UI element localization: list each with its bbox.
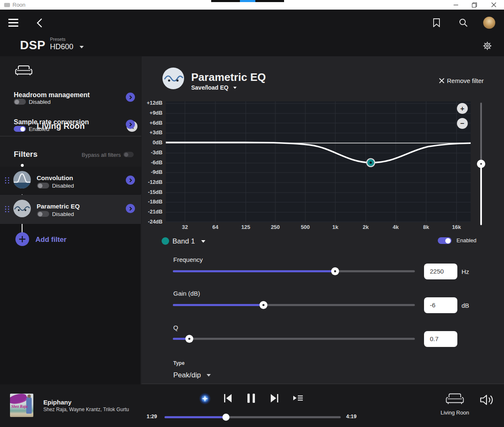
close-icon (439, 78, 444, 83)
track-artists[interactable]: Shez Raja, Wayne Krantz, Trilok Gurtu (43, 407, 129, 412)
bypass-filters-label: Bypass all filters (62, 152, 121, 158)
frequency-slider-track[interactable] (173, 270, 415, 272)
y-tick: -3dB (137, 150, 162, 156)
x-tick: 8k (416, 224, 437, 230)
filter-row-convolution[interactable]: Convolution Disabled (0, 167, 141, 194)
close-icon[interactable] (487, 0, 501, 10)
gain-vslider-track-fill[interactable] (480, 164, 482, 225)
eq-title: Parametric EQ (191, 71, 266, 84)
band-marker[interactable] (367, 159, 375, 167)
x-tick: 64 (205, 224, 226, 230)
headroom-toggle[interactable] (14, 99, 26, 105)
bookmark-icon[interactable] (433, 18, 440, 29)
gain-value-field[interactable]: -6 (424, 297, 457, 313)
parametric-eq-toggle[interactable] (37, 211, 49, 217)
gain-slider-track[interactable] (173, 304, 415, 306)
x-tick: 4k (385, 224, 406, 230)
queue-icon[interactable] (293, 395, 303, 401)
y-tick: -9dB (137, 169, 162, 175)
couch-icon (15, 64, 32, 78)
restore-icon[interactable] (467, 0, 482, 10)
gain-slider-thumb[interactable] (259, 301, 267, 309)
y-tick: +12dB (137, 100, 162, 106)
avatar[interactable] (483, 17, 495, 29)
headroom-state: Disabled (29, 99, 51, 105)
seek-bar-thumb[interactable] (222, 414, 230, 421)
drag-handle-icon[interactable] (5, 206, 9, 213)
y-tick: -18dB (137, 199, 162, 205)
parametric-chevron-right-icon[interactable] (126, 204, 135, 213)
add-filter-button[interactable] (15, 232, 29, 246)
divider (0, 136, 141, 136)
convolution-icon (13, 171, 31, 191)
eq-plot[interactable] (166, 101, 471, 222)
add-filter-label[interactable]: Add filter (35, 236, 67, 244)
drag-handle-icon[interactable] (5, 177, 9, 184)
preset-dropdown[interactable]: HD600 (50, 43, 84, 51)
frequency-slider-thumb[interactable] (331, 267, 339, 275)
band-color-dot (162, 237, 169, 245)
x-tick: 32 (175, 224, 195, 230)
parametric-eq-header-icon (162, 67, 185, 91)
filter-name: Parametric EQ (37, 203, 80, 210)
menu-icon[interactable] (8, 19, 18, 27)
zone-selector[interactable]: Living Roon (437, 392, 472, 416)
seek-bar-track[interactable] (165, 416, 341, 418)
y-tick: -24dB (137, 219, 162, 225)
search-icon[interactable] (459, 18, 468, 29)
previous-track-icon[interactable] (224, 394, 232, 402)
remove-filter-label: Remove filter (447, 77, 484, 84)
remove-filter-button[interactable]: Remove filter (439, 77, 484, 84)
x-tick: 250 (265, 224, 286, 230)
gain-label: Gain (dB) (173, 290, 200, 297)
src-toggle[interactable] (14, 126, 26, 132)
duration: 4:19 (346, 414, 357, 419)
settings-gear-icon[interactable] (483, 41, 492, 52)
save-load-eq-dropdown[interactable]: Save/load EQ (191, 84, 237, 91)
minimize-icon[interactable] (449, 0, 463, 10)
roon-taskbar-icon (4, 3, 10, 7)
setting-src-label: Sample rate conversion (14, 118, 89, 126)
gain-vslider-track[interactable] (480, 103, 482, 164)
bypass-filters-toggle[interactable] (123, 152, 134, 157)
parametric-eq-icon (13, 199, 31, 219)
x-tick: 500 (295, 224, 316, 230)
convolution-chevron-right-icon[interactable] (126, 176, 135, 185)
y-tick: +3dB (137, 130, 162, 136)
seek-bar-fill (165, 416, 226, 418)
q-slider-track[interactable] (173, 338, 415, 340)
filter-name: Convolution (37, 174, 73, 181)
type-dropdown[interactable]: Peak/dip (173, 371, 211, 379)
filter-row-parametric-eq[interactable]: Parametric EQ Disabled (0, 195, 141, 224)
zone-selector-label: Living Roon (437, 409, 472, 416)
signal-path-indicator-icon[interactable] (199, 393, 211, 404)
convolution-toggle[interactable] (37, 183, 49, 188)
y-tick: 0dB (137, 140, 162, 146)
os-titlebar: Roon (0, 0, 504, 10)
chevron-down-icon (80, 46, 84, 48)
track-title[interactable]: Epiphany (43, 399, 72, 406)
src-chevron-right-icon[interactable] (126, 120, 135, 129)
zoom-out-button[interactable]: − (457, 118, 468, 129)
frequency-value-field[interactable]: 2250 (424, 264, 457, 279)
volume-icon[interactable] (480, 394, 494, 406)
headroom-chevron-right-icon[interactable] (126, 93, 135, 102)
q-slider-thumb[interactable] (185, 335, 193, 343)
next-track-icon[interactable] (271, 394, 278, 402)
band-dropdown[interactable]: Band 1 (172, 237, 205, 246)
y-tick: +9dB (137, 110, 162, 116)
q-value-field[interactable]: 0.7 (424, 331, 457, 347)
setting-headroom-label: Headroom management (14, 91, 90, 99)
roon-window: Roon DSP Presets HD600 (0, 0, 504, 427)
chevron-down-icon (207, 374, 211, 377)
album-art-text: Shez Raja (11, 404, 27, 409)
back-icon[interactable] (37, 18, 42, 29)
pause-icon[interactable] (247, 394, 255, 403)
filter-state: Disabled (52, 183, 74, 189)
gain-vslider-thumb[interactable] (477, 160, 485, 168)
type-value: Peak/dip (173, 371, 201, 379)
band-enabled-toggle[interactable] (438, 237, 452, 244)
zoom-in-button[interactable]: + (457, 103, 468, 114)
y-tick: -21dB (137, 209, 162, 215)
album-art[interactable]: Shez Raja (10, 394, 33, 417)
